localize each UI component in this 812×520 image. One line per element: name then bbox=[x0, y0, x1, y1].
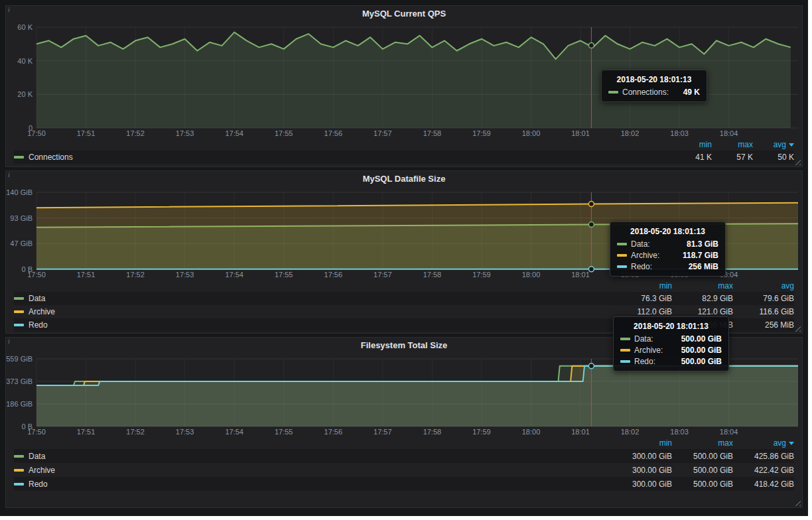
svg-text:559 GiB: 559 GiB bbox=[6, 355, 33, 363]
legend-max-value: 57 K bbox=[712, 153, 753, 162]
legend-item-redo[interactable]: Redo bbox=[14, 480, 611, 489]
legend-item-connections[interactable]: Connections bbox=[14, 153, 671, 162]
legend-sort-min[interactable]: min bbox=[611, 438, 672, 448]
svg-text:0 B: 0 B bbox=[21, 422, 33, 430]
svg-text:47 GiB: 47 GiB bbox=[10, 239, 33, 247]
legend-sort-max[interactable]: max bbox=[712, 140, 753, 149]
legend-avg-value: 79.6 GiB bbox=[733, 294, 794, 303]
legend-item-data[interactable]: Data bbox=[14, 294, 611, 303]
tooltip-row-redo: Redo: 500.00 GiB bbox=[620, 357, 722, 366]
legend-avg-value: 116.6 GiB bbox=[733, 307, 794, 316]
legend-item-archive[interactable]: Archive bbox=[14, 466, 611, 475]
svg-text:17:57: 17:57 bbox=[373, 271, 392, 279]
legend-avg-value: 418.42 GiB bbox=[733, 480, 794, 489]
svg-text:0: 0 bbox=[29, 124, 33, 132]
legend-min-value: 112.0 GiB bbox=[611, 307, 672, 316]
svg-text:373 GiB: 373 GiB bbox=[6, 377, 33, 385]
legend-sort-avg-label: avg bbox=[774, 438, 786, 448]
legend-sort-max[interactable]: max bbox=[672, 281, 733, 291]
legend-min-value: 41 K bbox=[671, 153, 712, 162]
series-swatch bbox=[617, 243, 627, 245]
legend-min-value: 76.3 GiB bbox=[611, 294, 672, 303]
series-swatch bbox=[608, 91, 618, 94]
svg-text:17:59: 17:59 bbox=[472, 428, 491, 436]
legend-max-value: 500.00 GiB bbox=[672, 452, 733, 461]
svg-text:17:56: 17:56 bbox=[324, 271, 343, 279]
tooltip-series-label: Archive: bbox=[631, 251, 659, 260]
legend-sort-avg[interactable]: avg bbox=[753, 140, 794, 149]
tooltip-series-value: 81.3 GiB bbox=[679, 239, 718, 249]
series-swatch bbox=[14, 156, 24, 159]
series-swatch bbox=[620, 338, 630, 340]
tooltip-row-data: Data: 81.3 GiB bbox=[617, 239, 718, 249]
panel-filesystem-total-size: Filesystem Total Size 17:5017:5117:5217:… bbox=[5, 337, 803, 508]
svg-text:18:01: 18:01 bbox=[571, 271, 590, 279]
svg-text:17:52: 17:52 bbox=[126, 271, 145, 279]
series-swatch bbox=[14, 297, 24, 300]
legend-row-data: Data 300.00 GiB 500.00 GiB 425.86 GiB bbox=[14, 449, 794, 463]
svg-text:0 B: 0 B bbox=[21, 265, 33, 273]
svg-text:20 K: 20 K bbox=[17, 90, 33, 98]
legend-header-row: min max avg bbox=[14, 280, 794, 292]
svg-text:17:57: 17:57 bbox=[373, 428, 392, 436]
svg-text:18:03: 18:03 bbox=[670, 129, 689, 137]
legend-avg-value: 425.86 GiB bbox=[733, 452, 794, 461]
legend-sort-avg[interactable]: avg bbox=[733, 281, 794, 291]
svg-text:17:53: 17:53 bbox=[176, 129, 194, 137]
legend-item-archive[interactable]: Archive bbox=[14, 307, 611, 316]
tooltip-series-value: 256 MiB bbox=[681, 262, 718, 271]
svg-text:17:55: 17:55 bbox=[275, 271, 293, 279]
svg-text:60 K: 60 K bbox=[17, 23, 33, 31]
legend-min-value: 300.00 GiB bbox=[611, 452, 672, 461]
panel-info-icon[interactable] bbox=[8, 171, 10, 178]
tooltip-series-label: Archive: bbox=[634, 346, 663, 355]
svg-text:18:01: 18:01 bbox=[571, 428, 590, 436]
legend-label: Connections bbox=[29, 153, 73, 162]
svg-text:17:59: 17:59 bbox=[472, 129, 491, 137]
svg-text:93 GiB: 93 GiB bbox=[10, 214, 33, 222]
svg-text:18:00: 18:00 bbox=[522, 129, 541, 137]
legend-label: Archive bbox=[29, 466, 55, 475]
legend-sort-avg[interactable]: avg bbox=[733, 438, 794, 448]
svg-text:17:59: 17:59 bbox=[472, 271, 491, 279]
legend-row-redo: Redo 300.00 GiB 500.00 GiB 418.42 GiB bbox=[14, 477, 794, 491]
legend-item-data[interactable]: Data bbox=[14, 452, 611, 461]
series-swatch bbox=[620, 349, 630, 352]
legend-sort-avg-label: avg bbox=[774, 140, 786, 149]
panel-info-icon[interactable] bbox=[8, 6, 10, 13]
legend-row-archive: Archive 300.00 GiB 500.00 GiB 422.42 GiB bbox=[14, 463, 794, 477]
svg-text:17:55: 17:55 bbox=[275, 428, 293, 436]
graph-tooltip: 2018-05-20 18:01:13 Data: 500.00 GiB Arc… bbox=[613, 316, 729, 371]
series-swatch bbox=[14, 324, 24, 326]
svg-text:18:03: 18:03 bbox=[670, 428, 689, 436]
panel-info-icon[interactable] bbox=[8, 338, 10, 345]
legend-min-value: 300.00 GiB bbox=[611, 480, 672, 489]
legend-min-value: 300.00 GiB bbox=[611, 466, 672, 475]
panel-title[interactable]: MySQL Datafile Size bbox=[6, 171, 802, 187]
legend-label: Redo bbox=[29, 320, 48, 330]
legend-row-connections: Connections 41 K 57 K 50 K bbox=[14, 151, 794, 164]
legend-max-value: 500.00 GiB bbox=[672, 466, 733, 475]
panel-title[interactable]: MySQL Current QPS bbox=[6, 6, 802, 22]
svg-text:17:58: 17:58 bbox=[423, 428, 442, 436]
legend-avg-value: 50 K bbox=[753, 153, 794, 162]
legend-label: Data bbox=[29, 294, 45, 303]
tooltip-series-value: 500.00 GiB bbox=[673, 357, 722, 366]
tooltip-series-value: 118.7 GiB bbox=[675, 251, 718, 260]
svg-text:18:00: 18:00 bbox=[522, 428, 541, 436]
tooltip-series-value: 49 K bbox=[675, 88, 700, 97]
tooltip-series-label: Connections: bbox=[622, 88, 669, 97]
legend-sort-min[interactable]: min bbox=[671, 140, 712, 149]
series-swatch bbox=[620, 360, 630, 363]
legend-item-redo[interactable]: Redo bbox=[14, 320, 611, 330]
tooltip-series-label: Redo: bbox=[631, 262, 652, 271]
svg-text:18:01: 18:01 bbox=[571, 129, 590, 137]
svg-text:17:52: 17:52 bbox=[126, 129, 145, 137]
legend-sort-min[interactable]: min bbox=[611, 281, 672, 291]
legend-sort-max[interactable]: max bbox=[672, 438, 733, 448]
svg-text:17:54: 17:54 bbox=[225, 271, 243, 279]
svg-text:140 GiB: 140 GiB bbox=[6, 188, 33, 196]
panel-resize-handle[interactable] bbox=[794, 499, 801, 506]
svg-text:17:57: 17:57 bbox=[373, 129, 392, 137]
sort-caret-icon bbox=[789, 442, 794, 445]
